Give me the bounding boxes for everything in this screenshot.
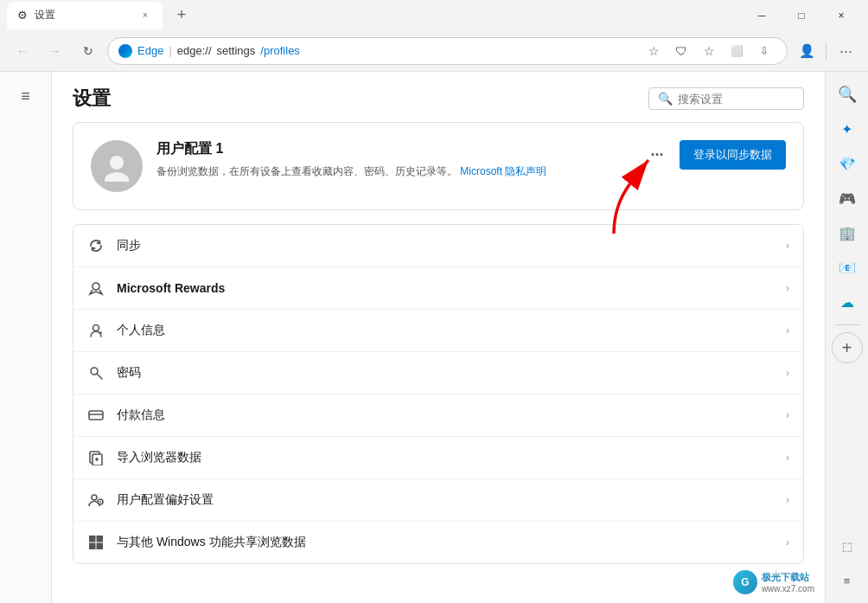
- privacy-link[interactable]: Microsoft 隐私声明: [460, 165, 546, 177]
- tab-settings-label: 设置: [35, 8, 55, 22]
- menu-item-payment[interactable]: 付款信息 ›: [73, 395, 803, 437]
- windows-share-chevron: ›: [786, 536, 789, 548]
- sidebar-office-button[interactable]: 🏢: [832, 217, 863, 248]
- sidebar-cloud-button[interactable]: ☁: [832, 286, 863, 318]
- window-controls: ─ □ ×: [742, 0, 861, 30]
- address-right-icons: ☆ 🛡 ☆ ⬜ ⇩: [641, 39, 776, 63]
- profile-actions: ··· 登录以同步数据: [643, 140, 786, 170]
- personal-icon: [87, 322, 105, 339]
- svg-rect-17: [97, 536, 104, 542]
- menu-item-personal[interactable]: 个人信息 ›: [73, 310, 803, 352]
- sync-icon: [87, 237, 105, 254]
- address-settings: settings: [217, 44, 256, 57]
- svg-point-1: [105, 172, 129, 182]
- address-path: /profiles: [260, 44, 300, 57]
- tab-close-button[interactable]: ×: [138, 9, 152, 22]
- close-button[interactable]: ×: [821, 0, 861, 30]
- sidebar-add-button[interactable]: +: [832, 332, 863, 363]
- back-button[interactable]: ←: [9, 37, 36, 65]
- settings-content: 设置 🔍 用户配置 1 备份浏览数据，在所有设备上查看收藏内: [52, 72, 825, 603]
- back-icon: ←: [16, 44, 29, 58]
- sidebar-bottom-btn1[interactable]: ⬚: [832, 530, 863, 561]
- profile-card: 用户配置 1 备份浏览数据，在所有设备上查看收藏内容、密码、历史记录等。 Mic…: [73, 122, 804, 210]
- sidebar-search-button[interactable]: 🔍: [832, 79, 863, 110]
- menu-item-windows-share[interactable]: 与其他 Windows 功能共享浏览数据 ›: [73, 522, 803, 563]
- payment-label: 付款信息: [117, 407, 774, 423]
- main-layout: ≡ 设置 🔍: [0, 72, 868, 603]
- menu-item-import[interactable]: 导入浏览器数据 ›: [73, 437, 803, 479]
- sidebar-bottom: ⬚ ≡: [832, 530, 863, 603]
- sidebar-ai-button[interactable]: ✦: [832, 113, 863, 144]
- svg-line-6: [97, 374, 102, 379]
- menu-item-passwords[interactable]: 密码 ›: [73, 352, 803, 395]
- refresh-icon: ↻: [83, 44, 93, 58]
- password-label: 密码: [117, 365, 774, 381]
- sidebar-collections-button[interactable]: 💎: [832, 148, 863, 179]
- password-icon: [87, 364, 105, 382]
- rewards-icon: [87, 279, 105, 297]
- windows-icon: [87, 534, 105, 551]
- favorites-button[interactable]: ☆: [697, 39, 721, 63]
- rewards-chevron: ›: [786, 282, 789, 294]
- downloads-button[interactable]: ⇩: [752, 39, 776, 63]
- tab-collections-button[interactable]: ⬜: [724, 39, 749, 63]
- toolbar-divider: [826, 42, 827, 60]
- page-title: 设置: [73, 86, 111, 112]
- import-icon: [87, 449, 105, 466]
- sidebar-outlook-button[interactable]: 📧: [832, 252, 863, 283]
- profile-prefs-label: 用户配置偏好设置: [117, 492, 774, 508]
- titlebar: ⚙ 设置 × + ─ □ ×: [0, 0, 868, 30]
- svg-rect-18: [89, 543, 96, 550]
- sync-chevron: ›: [786, 240, 789, 252]
- sidebar-gaming-button[interactable]: 🎮: [832, 183, 863, 214]
- settings-header: 设置 🔍: [52, 72, 825, 122]
- svg-point-2: [93, 283, 99, 290]
- profile-button[interactable]: 👤: [793, 37, 820, 65]
- personal-label: 个人信息: [117, 323, 774, 338]
- address-input[interactable]: Edge | edge://settings/profiles ☆ 🛡 ☆ ⬜ …: [107, 37, 788, 65]
- toolbar-right: 👤 ⋯: [793, 37, 859, 65]
- profile-prefs-icon: [87, 491, 105, 509]
- address-url-prefix: edge://: [177, 44, 212, 57]
- minimize-button[interactable]: ─: [742, 0, 782, 30]
- more-tools-button[interactable]: ⋯: [832, 37, 859, 65]
- menu-item-profile-prefs[interactable]: 用户配置偏好设置 ›: [73, 479, 803, 522]
- profile-more-button[interactable]: ···: [643, 141, 671, 169]
- tab-settings-icon: ⚙: [17, 9, 28, 22]
- settings-tab[interactable]: ⚙ 设置 ×: [7, 2, 163, 29]
- menu-item-rewards[interactable]: Microsoft Rewards ›: [73, 267, 803, 310]
- personal-chevron: ›: [786, 324, 789, 337]
- settings-sidebar: ≡: [0, 72, 52, 603]
- import-chevron: ›: [786, 452, 789, 464]
- search-icon: 🔍: [658, 92, 673, 106]
- profile-info: 用户配置 1 备份浏览数据，在所有设备上查看收藏内容、密码、历史记录等。 Mic…: [156, 140, 629, 179]
- svg-point-0: [110, 156, 124, 170]
- menu-item-sync[interactable]: 同步 ›: [73, 225, 803, 267]
- search-input[interactable]: [678, 93, 795, 106]
- watermark: G 极光下载站 www.xz7.com: [728, 568, 820, 596]
- shield-button[interactable]: 🛡: [669, 39, 693, 63]
- payment-icon: [87, 407, 105, 424]
- windows-share-label: 与其他 Windows 功能共享浏览数据: [117, 535, 774, 550]
- import-label: 导入浏览器数据: [117, 450, 774, 465]
- menu-list: 同步 › Microsoft Rewards ›: [73, 224, 804, 564]
- edge-sidebar: 🔍 ✦ 💎 🎮 🏢 📧 ☁ + ⬚ ≡: [825, 72, 868, 603]
- hamburger-icon: ≡: [21, 87, 30, 106]
- refresh-button[interactable]: ↻: [74, 37, 102, 65]
- payment-chevron: ›: [786, 409, 789, 421]
- star-button[interactable]: ☆: [641, 39, 666, 63]
- search-box[interactable]: 🔍: [648, 87, 804, 110]
- address-brand: Edge: [137, 44, 163, 57]
- sidebar-menu-button[interactable]: ≡: [10, 80, 41, 112]
- svg-point-15: [99, 501, 101, 503]
- restore-button[interactable]: □: [782, 0, 821, 30]
- edge-logo: [118, 44, 132, 58]
- profile-desc: 备份浏览数据，在所有设备上查看收藏内容、密码、历史记录等。 Microsoft …: [156, 164, 629, 179]
- svg-point-13: [92, 495, 97, 500]
- new-tab-button[interactable]: +: [169, 3, 194, 28]
- password-chevron: ›: [786, 367, 789, 379]
- sidebar-bottom-btn2[interactable]: ≡: [832, 565, 863, 596]
- forward-button[interactable]: →: [41, 37, 69, 65]
- signin-button[interactable]: 登录以同步数据: [680, 140, 786, 170]
- profile-name: 用户配置 1: [156, 140, 629, 158]
